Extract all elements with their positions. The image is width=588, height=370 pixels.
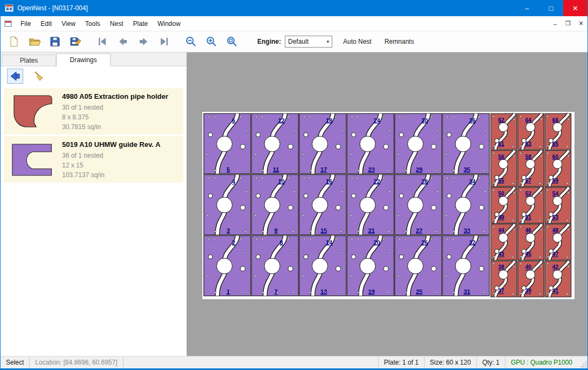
document-icon xyxy=(4,19,12,28)
zoom-in-button[interactable] xyxy=(201,32,222,51)
nested-part-pair[interactable]: 3433 xyxy=(442,174,489,234)
svg-text:19: 19 xyxy=(368,288,374,295)
nested-part-pair[interactable]: 2019 xyxy=(347,236,394,295)
mdi-close-button[interactable]: ✕ xyxy=(575,16,587,31)
nested-part-pair[interactable]: 5251 xyxy=(518,187,544,224)
nested-part-pair[interactable]: 5857 xyxy=(518,151,544,187)
sidebar-tabstrip: Plates Drawings xyxy=(1,52,187,66)
chevron-down-icon: ▾ xyxy=(326,39,329,44)
mdi-minimize-button[interactable]: – xyxy=(549,16,562,31)
nested-part-pair[interactable]: 4443 xyxy=(491,224,517,260)
svg-text:34: 34 xyxy=(469,178,476,185)
nested-part-pair[interactable]: 4847 xyxy=(545,224,571,260)
remnants-button[interactable]: Remnants xyxy=(382,36,416,48)
svg-text:36: 36 xyxy=(469,117,475,124)
zoom-out-button[interactable] xyxy=(181,32,201,51)
nested-part-pair[interactable]: 4645 xyxy=(518,224,544,260)
new-button[interactable] xyxy=(4,32,24,51)
clear-drawings-button[interactable] xyxy=(31,69,47,84)
nested-part-pair[interactable]: 1413 xyxy=(299,236,346,295)
mdi-restore-button[interactable]: ❐ xyxy=(562,16,575,31)
nested-part-pair[interactable]: 6463 xyxy=(518,113,544,150)
nested-part-pair[interactable]: 1615 xyxy=(299,174,346,234)
drawing-list: 4980 A05 Extraction pipe holder 30 of 1 … xyxy=(1,86,187,356)
part-thumbnail-purple xyxy=(5,137,60,181)
nested-part-pair[interactable]: 3029 xyxy=(395,113,442,173)
nested-part-pair[interactable]: 3837 xyxy=(491,261,517,297)
next-plate-button[interactable] xyxy=(133,32,154,51)
drawings-toolbar xyxy=(1,66,187,86)
nested-part-pair[interactable]: 2625 xyxy=(395,236,442,295)
last-arrow-icon xyxy=(158,35,170,48)
zoom-out-icon xyxy=(184,35,197,48)
save-button[interactable] xyxy=(45,32,65,51)
maximize-button[interactable]: □ xyxy=(539,0,563,16)
status-size: Size: 60 x 120 xyxy=(424,356,476,368)
previous-plate-button[interactable] xyxy=(113,32,133,51)
nested-part-pair[interactable]: 1211 xyxy=(251,113,298,173)
save-as-button[interactable] xyxy=(65,32,86,51)
nested-part-pair[interactable]: 21 xyxy=(204,236,251,295)
resize-grip[interactable] xyxy=(578,356,587,368)
nested-part-pair[interactable]: 6261 xyxy=(491,113,517,150)
status-plate: Plate: 1 of 1 xyxy=(378,356,424,368)
auto-nest-button[interactable]: Auto Nest xyxy=(341,36,374,48)
svg-text:45: 45 xyxy=(525,251,532,257)
plate[interactable]: 65 1211 1817 2423 3029 xyxy=(202,112,575,299)
menu-item-view[interactable]: View xyxy=(57,16,80,31)
nested-part-pair[interactable]: 3231 xyxy=(442,236,489,295)
nested-part-pair[interactable]: 4039 xyxy=(518,261,544,297)
nested-part-pair[interactable]: 109 xyxy=(251,174,298,234)
drawing-list-item-2[interactable]: 5019 A10 UHMW guide Rev. A 36 of 1 neste… xyxy=(4,136,183,183)
menu-item-file[interactable]: File xyxy=(16,16,36,31)
svg-text:32: 32 xyxy=(469,239,475,246)
tab-plates[interactable]: Plates xyxy=(2,55,56,66)
menu-item-tools[interactable]: Tools xyxy=(80,16,105,31)
last-plate-button[interactable] xyxy=(154,32,174,51)
engine-select[interactable]: Default ▾ xyxy=(285,36,332,48)
open-button[interactable] xyxy=(24,32,45,51)
status-location: Location: [84.8696, 60.6957] xyxy=(30,356,123,368)
tab-drawings[interactable]: Drawings xyxy=(56,53,111,66)
first-plate-button[interactable] xyxy=(92,32,113,51)
import-drawing-button[interactable] xyxy=(7,69,23,84)
nested-part-pair[interactable]: 2423 xyxy=(347,113,394,173)
menu-item-window[interactable]: Window xyxy=(153,16,186,31)
svg-text:66: 66 xyxy=(552,117,559,123)
nested-part-pair[interactable]: 5655 xyxy=(491,151,517,187)
nest-canvas[interactable]: 65 1211 1817 2423 3029 xyxy=(187,52,587,356)
nested-part-pair[interactable]: 43 xyxy=(204,174,251,234)
nested-part-pair[interactable]: 6665 xyxy=(545,113,571,150)
title-bar[interactable]: OpenNest - [N0317-004] – □ ✕ xyxy=(1,0,587,16)
svg-text:18: 18 xyxy=(326,117,332,124)
nested-part-pair[interactable]: 65 xyxy=(204,113,251,173)
svg-text:8: 8 xyxy=(279,239,283,246)
nested-part-pair[interactable]: 87 xyxy=(251,236,298,295)
part-shape-purple xyxy=(12,144,52,176)
menu-item-nest[interactable]: Nest xyxy=(105,16,128,31)
nested-part-pair[interactable]: 1817 xyxy=(299,113,346,173)
close-icon: ✕ xyxy=(572,4,578,12)
nested-part-pair[interactable]: 5049 xyxy=(491,187,517,224)
drawing-list-item-1[interactable]: 4980 A05 Extraction pipe holder 30 of 1 … xyxy=(4,88,183,134)
menu-item-plate[interactable]: Plate xyxy=(128,16,153,31)
nested-part-pair[interactable]: 5453 xyxy=(545,187,571,224)
svg-text:57: 57 xyxy=(525,178,532,184)
close-button[interactable]: ✕ xyxy=(563,0,587,16)
minimize-button[interactable]: – xyxy=(515,0,539,16)
nested-part-pair[interactable]: 2827 xyxy=(395,174,442,234)
zoom-in-icon xyxy=(205,35,218,48)
svg-text:58: 58 xyxy=(525,154,532,160)
menu-item-edit[interactable]: Edit xyxy=(36,16,57,31)
nested-part-pair[interactable]: 2221 xyxy=(347,174,394,234)
drawing-title: 4980 A05 Extraction pipe holder xyxy=(62,92,168,100)
zoom-fit-button[interactable] xyxy=(222,32,242,51)
previous-arrow-icon xyxy=(117,35,129,48)
svg-text:30: 30 xyxy=(421,117,428,124)
svg-text:62: 62 xyxy=(498,117,504,123)
nested-part-pair[interactable]: 6059 xyxy=(545,151,571,187)
nested-part-pair[interactable]: 3635 xyxy=(442,113,489,173)
svg-text:48: 48 xyxy=(552,227,559,233)
drawing-size: 12 x 15 xyxy=(62,160,160,170)
nested-part-pair[interactable]: 4241 xyxy=(545,261,571,297)
